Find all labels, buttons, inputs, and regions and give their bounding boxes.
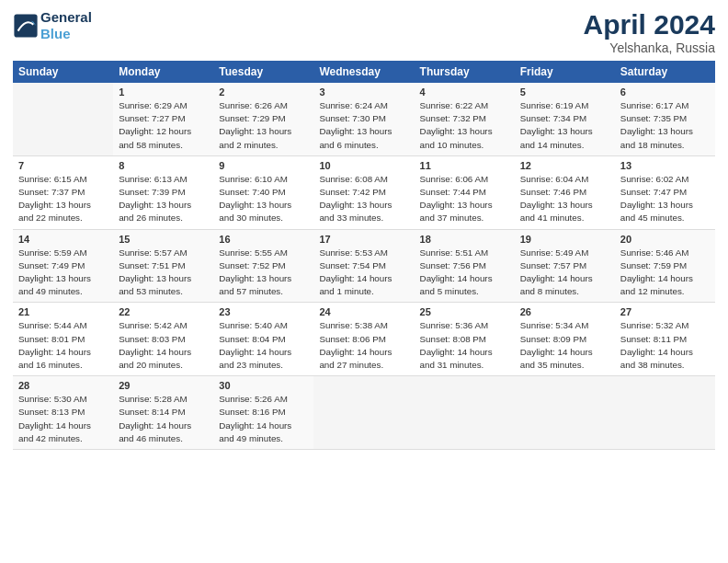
cell-info: Sunrise: 5:32 AMSunset: 8:11 PMDaylight:… [620,319,710,372]
svg-rect-0 [14,14,37,37]
header: General Blue April 2024 Yelshanka, Russi… [13,9,715,55]
calendar-week-3: 14Sunrise: 5:59 AMSunset: 7:49 PMDayligh… [13,229,715,303]
calendar-cell: 23Sunrise: 5:40 AMSunset: 8:04 PMDayligh… [213,303,313,376]
cell-info: Sunrise: 5:59 AMSunset: 7:49 PMDaylight:… [18,247,108,299]
calendar-week-5: 28Sunrise: 5:30 AMSunset: 8:13 PMDayligh… [13,376,715,450]
calendar-week-2: 7Sunrise: 6:15 AMSunset: 7:37 PMDaylight… [13,155,715,229]
calendar-cell [313,376,414,450]
day-header-friday: Friday [515,61,615,83]
day-number: 11 [420,160,509,171]
calendar-cell: 6Sunrise: 6:17 AMSunset: 7:35 PMDaylight… [615,83,715,155]
calendar-cell: 14Sunrise: 5:59 AMSunset: 7:49 PMDayligh… [13,229,113,303]
day-number: 26 [520,306,609,317]
day-header-sunday: Sunday [13,61,113,83]
calendar-cell: 29Sunrise: 5:28 AMSunset: 8:14 PMDayligh… [113,376,213,450]
calendar-cell: 27Sunrise: 5:32 AMSunset: 8:11 PMDayligh… [615,303,715,376]
cell-info: Sunrise: 5:55 AMSunset: 7:52 PMDaylight:… [219,247,308,299]
day-number: 8 [119,160,208,171]
day-number: 2 [219,86,308,98]
calendar-cell: 5Sunrise: 6:19 AMSunset: 7:34 PMDaylight… [515,83,615,155]
day-number: 1 [119,86,208,98]
cell-info: Sunrise: 6:04 AMSunset: 7:46 PMDaylight:… [520,173,609,225]
calendar-cell: 21Sunrise: 5:44 AMSunset: 8:01 PMDayligh… [13,303,113,376]
calendar-cell: 4Sunrise: 6:22 AMSunset: 7:32 PMDaylight… [415,83,515,155]
logo: General Blue [13,9,92,42]
main-container: General Blue April 2024 Yelshanka, Russi… [0,0,728,459]
calendar-cell: 12Sunrise: 6:04 AMSunset: 7:46 PMDayligh… [515,155,615,229]
cell-info: Sunrise: 5:57 AMSunset: 7:51 PMDaylight:… [119,247,208,299]
calendar-cell: 25Sunrise: 5:36 AMSunset: 8:08 PMDayligh… [415,303,515,376]
day-number: 22 [119,306,208,317]
day-number: 14 [18,234,108,245]
cell-info: Sunrise: 5:38 AMSunset: 8:06 PMDaylight:… [319,319,408,372]
calendar-cell: 18Sunrise: 5:51 AMSunset: 7:56 PMDayligh… [415,229,515,303]
cell-info: Sunrise: 6:02 AMSunset: 7:47 PMDaylight:… [620,173,710,225]
cell-info: Sunrise: 6:15 AMSunset: 7:37 PMDaylight:… [18,173,108,225]
calendar-cell [415,376,515,450]
calendar-cell: 30Sunrise: 5:26 AMSunset: 8:16 PMDayligh… [213,376,313,450]
cell-info: Sunrise: 5:49 AMSunset: 7:57 PMDaylight:… [520,247,609,299]
day-number: 4 [420,86,509,98]
day-number: 29 [119,380,208,391]
calendar-cell: 8Sunrise: 6:13 AMSunset: 7:39 PMDaylight… [113,155,213,229]
day-number: 18 [420,234,509,245]
cell-info: Sunrise: 6:17 AMSunset: 7:35 PMDaylight:… [620,99,710,152]
day-number: 12 [520,160,609,171]
calendar-cell [13,83,113,155]
calendar-cell: 1Sunrise: 6:29 AMSunset: 7:27 PMDaylight… [113,83,213,155]
day-number: 28 [18,380,108,391]
calendar-cell: 20Sunrise: 5:46 AMSunset: 7:59 PMDayligh… [615,229,715,303]
calendar-cell: 22Sunrise: 5:42 AMSunset: 8:03 PMDayligh… [113,303,213,376]
day-number: 24 [319,306,408,317]
day-number: 20 [620,234,710,245]
cell-info: Sunrise: 6:29 AMSunset: 7:27 PMDaylight:… [119,99,208,152]
day-number: 10 [319,160,408,171]
day-number: 25 [420,306,509,317]
calendar-cell: 17Sunrise: 5:53 AMSunset: 7:54 PMDayligh… [313,229,414,303]
day-number: 17 [319,234,408,245]
cell-info: Sunrise: 5:42 AMSunset: 8:03 PMDaylight:… [119,319,208,372]
cell-info: Sunrise: 6:26 AMSunset: 7:29 PMDaylight:… [219,99,308,152]
calendar-cell: 15Sunrise: 5:57 AMSunset: 7:51 PMDayligh… [113,229,213,303]
calendar-week-4: 21Sunrise: 5:44 AMSunset: 8:01 PMDayligh… [13,303,715,376]
logo-icon [13,13,39,39]
day-number: 6 [620,86,710,98]
calendar-cell: 16Sunrise: 5:55 AMSunset: 7:52 PMDayligh… [213,229,313,303]
cell-info: Sunrise: 5:30 AMSunset: 8:13 PMDaylight:… [18,393,108,445]
calendar-header-row: SundayMondayTuesdayWednesdayThursdayFrid… [13,61,715,83]
calendar-cell: 11Sunrise: 6:06 AMSunset: 7:44 PMDayligh… [415,155,515,229]
calendar-cell: 13Sunrise: 6:02 AMSunset: 7:47 PMDayligh… [615,155,715,229]
calendar-cell: 24Sunrise: 5:38 AMSunset: 8:06 PMDayligh… [313,303,414,376]
cell-info: Sunrise: 6:08 AMSunset: 7:42 PMDaylight:… [319,173,408,225]
day-number: 9 [219,160,308,171]
calendar-week-1: 1Sunrise: 6:29 AMSunset: 7:27 PMDaylight… [13,83,715,155]
day-number: 23 [219,306,308,317]
cell-info: Sunrise: 5:44 AMSunset: 8:01 PMDaylight:… [18,319,108,372]
cell-info: Sunrise: 6:24 AMSunset: 7:30 PMDaylight:… [319,99,408,152]
day-header-thursday: Thursday [415,61,515,83]
calendar-cell: 7Sunrise: 6:15 AMSunset: 7:37 PMDaylight… [13,155,113,229]
calendar-cell: 9Sunrise: 6:10 AMSunset: 7:40 PMDaylight… [213,155,313,229]
day-header-saturday: Saturday [615,61,715,83]
day-number: 13 [620,160,710,171]
cell-info: Sunrise: 6:22 AMSunset: 7:32 PMDaylight:… [420,99,509,152]
day-header-wednesday: Wednesday [313,61,414,83]
day-header-monday: Monday [113,61,213,83]
day-number: 5 [520,86,609,98]
calendar-cell: 28Sunrise: 5:30 AMSunset: 8:13 PMDayligh… [13,376,113,450]
calendar-cell: 2Sunrise: 6:26 AMSunset: 7:29 PMDaylight… [213,83,313,155]
day-number: 30 [219,380,308,391]
calendar-cell [515,376,615,450]
day-number: 16 [219,234,308,245]
cell-info: Sunrise: 5:51 AMSunset: 7:56 PMDaylight:… [420,247,509,299]
calendar-cell [615,376,715,450]
cell-info: Sunrise: 6:10 AMSunset: 7:40 PMDaylight:… [219,173,308,225]
cell-info: Sunrise: 5:34 AMSunset: 8:09 PMDaylight:… [520,319,609,372]
cell-info: Sunrise: 5:53 AMSunset: 7:54 PMDaylight:… [319,247,408,299]
day-number: 15 [119,234,208,245]
cell-info: Sunrise: 6:19 AMSunset: 7:34 PMDaylight:… [520,99,609,152]
day-number: 19 [520,234,609,245]
logo-text: General Blue [40,9,92,42]
calendar-cell: 19Sunrise: 5:49 AMSunset: 7:57 PMDayligh… [515,229,615,303]
cell-info: Sunrise: 5:28 AMSunset: 8:14 PMDaylight:… [119,393,208,445]
